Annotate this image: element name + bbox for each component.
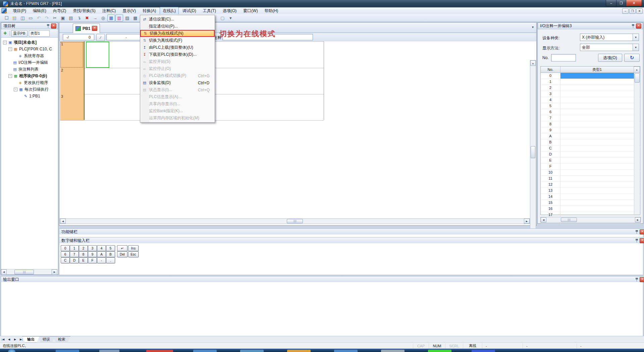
row-type1-cell[interactable]: [560, 206, 634, 212]
tab-nav-icon-2[interactable]: ▶: [12, 337, 18, 342]
table-row[interactable]: 0: [541, 73, 640, 79]
scroll-up-icon[interactable]: ▲: [530, 60, 536, 66]
save-icon[interactable]: ◫: [19, 14, 26, 21]
jump-icon[interactable]: →: [91, 14, 99, 21]
device-type-dropdown[interactable]: X (外部输入) ▼: [580, 34, 639, 41]
contact-toggle-button[interactable]: ∕: [96, 34, 105, 41]
new-icon[interactable]: ☐: [3, 14, 10, 21]
function-bar-toggle-icon[interactable]: ▥: [115, 14, 123, 21]
menu-item-assign-comm-station[interactable]: 指定通信站(P)...: [140, 23, 215, 30]
open-icon[interactable]: ▤: [11, 14, 18, 21]
row-type1-cell[interactable]: [560, 151, 634, 157]
taskbar-item[interactable]: [472, 350, 495, 352]
menu-item-switch-online-mode[interactable]: ⇅切换为在线模式(N): [140, 30, 215, 37]
tree-item-block-comment-list[interactable]: ▤块注释列表: [1, 66, 58, 73]
menubar-item-convert[interactable]: 转换(A): [140, 7, 159, 15]
tab-pb1[interactable]: PB1 ✕: [73, 24, 100, 33]
keypad-key-dot[interactable]: .: [106, 257, 115, 263]
display-method-dropdown[interactable]: 全部 ▼: [580, 44, 639, 51]
keypad-key-↵[interactable]: ↵: [117, 245, 127, 251]
tree-expander-icon[interactable]: −: [8, 74, 12, 78]
options-button[interactable]: 选项(O): [598, 54, 622, 62]
scroll-up-icon[interactable]: ▲: [634, 67, 640, 73]
tree-expander-icon[interactable]: −: [14, 88, 17, 91]
row-type1-cell[interactable]: [560, 103, 634, 109]
pin-icon[interactable]: [47, 24, 49, 28]
row-type1-cell[interactable]: [560, 127, 634, 133]
table-row[interactable]: 7: [541, 115, 640, 121]
row-type1-cell[interactable]: [560, 170, 634, 175]
maximize-button[interactable]: ❐: [616, 0, 626, 6]
filter-icon[interactable]: ✚: [2, 30, 8, 36]
tree-item-system-register[interactable]: ◈系统寄存器: [1, 52, 58, 59]
pin-icon[interactable]: [636, 278, 638, 281]
table-row[interactable]: 13: [541, 188, 640, 194]
table-row[interactable]: 5: [541, 103, 640, 109]
row-type1-cell[interactable]: [560, 73, 634, 79]
output-window-content[interactable]: [1, 282, 643, 336]
menu-item-download-to-plc[interactable]: ↧下载至PLC(项目整体)(D)...: [140, 51, 215, 58]
row-type1-cell[interactable]: [560, 188, 634, 193]
keypad-key-B[interactable]: B: [106, 251, 115, 257]
menubar-item-tools[interactable]: 工具(T): [200, 7, 219, 15]
menubar-item-wizard[interactable]: 向导(Z): [50, 7, 69, 15]
cut-icon[interactable]: ✂: [51, 14, 59, 21]
tab-nav-icon-0[interactable]: |◀: [0, 337, 6, 342]
keypad-key-4[interactable]: 4: [97, 245, 106, 251]
tree-item-plc-node[interactable]: −▦PLC[FP0R C10, C: [1, 46, 58, 52]
tree-item-program-block[interactable]: −▦程序块(PB-0步): [1, 73, 58, 79]
menu-item-upload-from-plc[interactable]: ↥由PLC上载(项目整体)(U): [140, 44, 215, 51]
table-row[interactable]: 15: [541, 200, 640, 206]
tree-expander-icon[interactable]: −: [3, 41, 7, 44]
keypad-key-8[interactable]: 8: [79, 251, 88, 257]
table-row[interactable]: 4: [541, 97, 640, 103]
row-type1-cell[interactable]: [560, 182, 634, 187]
pin-icon[interactable]: [636, 230, 638, 234]
row-type1-cell[interactable]: [560, 85, 634, 91]
type-selector[interactable]: 类型1: [29, 30, 50, 37]
menubar-item-edit[interactable]: 编辑(E): [30, 7, 49, 15]
close-icon[interactable]: ✕: [51, 24, 56, 29]
row-type1-cell[interactable]: [560, 133, 634, 139]
show-pb-button[interactable]: 显示PB: [11, 30, 28, 37]
paste-icon[interactable]: ▤: [67, 14, 75, 21]
keypad-key-C[interactable]: C: [61, 257, 70, 263]
row-type1-cell[interactable]: [560, 194, 634, 200]
insert-row-icon[interactable]: ↴: [75, 14, 83, 21]
tab-output[interactable]: 输出: [22, 336, 40, 343]
close-icon[interactable]: ✕: [640, 229, 644, 234]
menubar-item-options[interactable]: 选项(O): [220, 7, 239, 15]
menubar-item-help[interactable]: 帮助(H): [262, 7, 281, 15]
table-row[interactable]: 3: [541, 91, 640, 97]
tab-nav-icon-1[interactable]: ◀: [6, 337, 12, 342]
mdi-restore-button[interactable]: ❐: [629, 8, 636, 14]
tab-error[interactable]: 错误: [38, 336, 55, 343]
windows-taskbar[interactable]: [0, 349, 644, 352]
scroll-right-icon[interactable]: ▶: [524, 219, 530, 224]
delete-row-icon[interactable]: ✖: [83, 14, 91, 21]
keypad-key-3[interactable]: 3: [88, 245, 97, 251]
io-hscroll-thumb[interactable]: [561, 218, 577, 222]
taskbar-item[interactable]: [56, 350, 79, 352]
keypad-key-minus[interactable]: -: [97, 257, 106, 263]
table-row[interactable]: F: [541, 164, 640, 170]
row-type1-cell[interactable]: [560, 200, 634, 206]
scroll-left-icon[interactable]: ◀: [541, 217, 546, 222]
keypad-key-Esc[interactable]: Esc: [128, 251, 139, 257]
table-row[interactable]: 10: [541, 170, 640, 176]
ladder-grid[interactable]: 123 ▲ ▼ ◀ ▶: [59, 41, 536, 225]
keypad-key-1[interactable]: 1: [70, 245, 79, 251]
tree-item-scan-exec[interactable]: −▦每次扫描执行: [1, 86, 58, 93]
device-monitor-tool-icon[interactable]: ▢: [219, 14, 226, 21]
taskbar-item[interactable]: [99, 350, 119, 352]
menubar-item-view[interactable]: 显示(V): [119, 7, 139, 15]
window-list-caret-icon[interactable]: ▾: [532, 25, 534, 29]
io-panel-hscrollbar[interactable]: ◀ ▶: [540, 217, 641, 223]
tab-search[interactable]: 检索: [53, 336, 70, 343]
table-row[interactable]: B: [541, 139, 640, 145]
row-type1-cell[interactable]: [560, 79, 634, 85]
ladder-row-header[interactable]: 2: [60, 68, 84, 94]
tree-item-change-exec-order[interactable]: ◈更改执行顺序: [1, 79, 58, 86]
mdi-minimize-button[interactable]: –: [622, 8, 629, 14]
keypad-key-A[interactable]: A: [97, 251, 106, 257]
